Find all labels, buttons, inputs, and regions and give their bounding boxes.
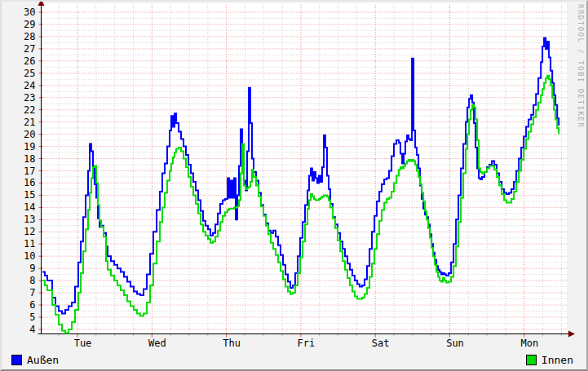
y-axis-label: 5 (29, 311, 35, 323)
y-axis-label: 20 (24, 129, 35, 140)
y-axis-label: 18 (24, 153, 35, 165)
y-axis-label: 28 (24, 31, 35, 42)
aussen-legend-label: Außen (27, 355, 59, 365)
day-label: Fri (298, 338, 316, 349)
rrdtool-credit-text: RRDTOOL / TOBI OETIKER (577, 4, 585, 128)
legend-innen: Innen (526, 355, 573, 365)
y-axis-label: 10 (24, 250, 35, 262)
y-axis-label: 19 (24, 141, 35, 152)
y-axis-label: 24 (24, 80, 35, 91)
y-axis-label: 26 (24, 55, 35, 67)
y-axis-label: 13 (24, 214, 35, 225)
y-axis-label: 6 (29, 299, 35, 311)
aussen-color-swatch (11, 355, 22, 365)
y-axis-label: 29 (24, 19, 35, 30)
y-axis-label: 16 (24, 177, 35, 188)
day-label: Sat (372, 338, 390, 349)
innen-legend-label: Innen (542, 355, 573, 365)
y-axis-label: 15 (24, 189, 35, 201)
y-axis-label: 9 (29, 263, 35, 274)
y-axis-label: 22 (24, 104, 35, 116)
temperature-chart: 4567891011121314151617181920212223242526… (2, 2, 586, 369)
y-axis-label: 23 (24, 92, 35, 104)
innen-color-swatch (526, 355, 537, 365)
y-axis-label: 30 (24, 7, 35, 18)
y-axis-label: 12 (24, 226, 35, 237)
rrdtool-graph: 4567891011121314151617181920212223242526… (0, 0, 588, 371)
y-axis-label: 25 (24, 68, 35, 79)
day-label: Thu (223, 338, 241, 349)
y-axis-label: 7 (29, 287, 35, 298)
x-axis-arrow-icon (568, 331, 575, 338)
y-axis-label: 27 (24, 43, 35, 55)
y-axis-label: 14 (24, 201, 35, 213)
day-label: Tue (74, 338, 92, 349)
legend-aussen: Außen (11, 355, 59, 365)
y-axis-label: 21 (24, 117, 35, 128)
day-label: Sun (446, 338, 464, 349)
y-axis-label: 4 (29, 324, 35, 335)
day-label: Wed (148, 338, 166, 349)
y-axis-label: 11 (24, 238, 35, 250)
day-label: Mon (520, 338, 538, 349)
y-axis-label: 8 (29, 275, 35, 286)
y-axis-label: 17 (24, 166, 35, 177)
